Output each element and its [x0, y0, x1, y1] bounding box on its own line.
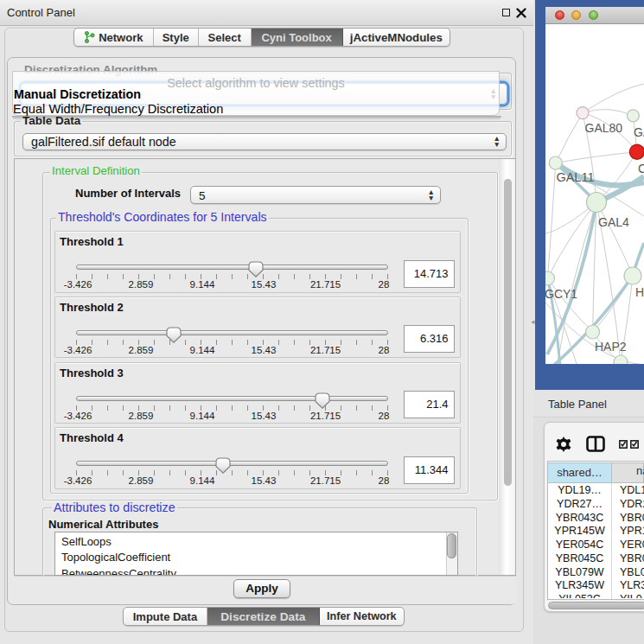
svg-text:GAL80: GAL80: [585, 121, 623, 135]
svg-text:H: H: [635, 285, 644, 299]
svg-text:GAL4: GAL4: [598, 215, 629, 229]
svg-text:GAL11: GAL11: [556, 170, 594, 184]
svg-text:GCY1: GCY1: [545, 287, 577, 301]
svg-text:GA: GA: [634, 125, 644, 139]
svg-text:HAP2: HAP2: [595, 340, 627, 354]
svg-text:C: C: [638, 162, 644, 175]
